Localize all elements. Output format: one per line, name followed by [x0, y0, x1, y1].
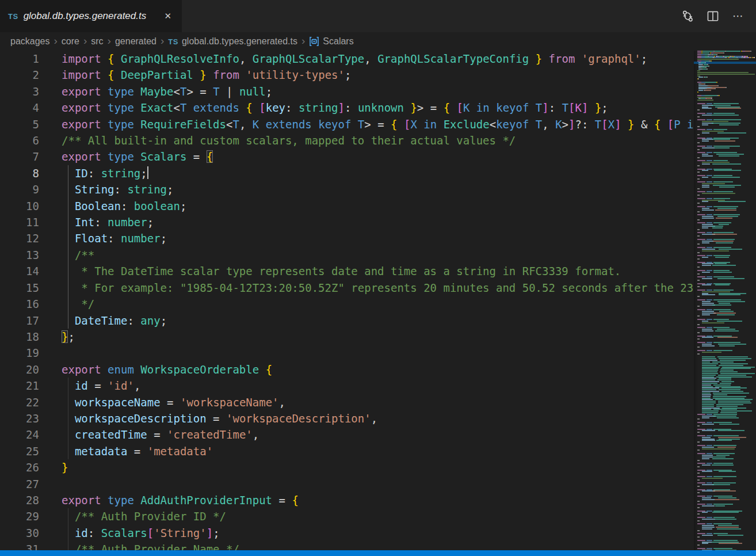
minimap-segment: [702, 543, 708, 544]
code-line-19[interactable]: [62, 345, 694, 361]
minimap-line: [697, 352, 756, 353]
minimap-line: [697, 255, 756, 256]
minimap-line: [697, 134, 756, 135]
minimap-segment: [697, 126, 700, 127]
minimap-segment: [709, 56, 714, 57]
minimap[interactable]: [694, 51, 756, 550]
editor-gutter[interactable]: 1234567891011121314151617181920212223242…: [0, 51, 39, 550]
code-line-29[interactable]: /** Auth Provider ID */: [62, 508, 694, 524]
code-line-27[interactable]: [62, 476, 694, 492]
code-token: export: [62, 363, 108, 376]
minimap-segment: [702, 363, 718, 364]
code-line-12[interactable]: Float: number;: [62, 230, 694, 246]
code-line-11[interactable]: Int: number;: [62, 214, 694, 230]
line-number: 19: [0, 345, 39, 361]
breadcrumb-item-generated[interactable]: generated: [115, 36, 156, 47]
minimap-line: [697, 356, 756, 357]
code-line-30[interactable]: id: Scalars['String'];: [62, 525, 694, 541]
code-line-2[interactable]: import { DeepPartial } from 'utility-typ…: [62, 67, 694, 83]
code-line-25[interactable]: metadata = 'metadata': [62, 443, 694, 459]
code-line-13[interactable]: /**: [62, 247, 694, 263]
minimap-line: [697, 432, 756, 433]
code-line-6[interactable]: /** All built-in and custom scalars, map…: [62, 132, 694, 148]
minimap-segment: [697, 134, 700, 135]
minimap-segment: [697, 82, 701, 83]
code-token: :: [88, 167, 101, 180]
code-line-4[interactable]: export type Exact<T extends { [key: stri…: [62, 100, 694, 116]
code-line-8[interactable]: ID: string;: [62, 165, 694, 181]
editor-pane[interactable]: 1234567891011121314151617181920212223242…: [0, 51, 694, 550]
minimap-line: [697, 447, 756, 448]
minimap-segment: [697, 255, 705, 256]
code-line-31[interactable]: /** Auth Provider Name */: [62, 541, 694, 550]
code-token: ,: [279, 396, 285, 409]
code-line-18[interactable]: };: [62, 329, 694, 345]
code-line-26[interactable]: }: [62, 459, 694, 475]
code-line-16[interactable]: */: [62, 296, 694, 312]
line-number: 29: [0, 508, 39, 524]
minimap-segment: [719, 424, 739, 425]
minimap-segment: [712, 234, 738, 235]
minimap-line: [697, 344, 756, 345]
line-number: 23: [0, 410, 39, 426]
code-token: ;: [601, 101, 608, 114]
code-token: type: [108, 101, 140, 114]
code-token: [588, 101, 594, 114]
minimap-segment: [702, 455, 713, 456]
code-line-7[interactable]: export type Scalars = {: [62, 148, 694, 165]
open-changes-button[interactable]: [679, 7, 696, 25]
minimap-segment: [702, 284, 711, 285]
code-line-9[interactable]: String: string;: [62, 181, 694, 197]
code-line-10[interactable]: Boolean: boolean;: [62, 198, 694, 214]
code-line-3[interactable]: export type Maybe<T> = T | null;: [62, 83, 694, 100]
more-actions-button[interactable]: ⋯: [730, 7, 747, 25]
code-line-22[interactable]: workspaceName = 'workspaceName',: [62, 394, 694, 410]
minimap-segment: [697, 463, 705, 464]
code-token: GraphQLScalarType: [253, 52, 364, 65]
code-token: |: [220, 85, 239, 98]
code-line-5[interactable]: export type RequireFields<T, K extends k…: [62, 116, 694, 132]
code-line-21[interactable]: id = 'id',: [62, 378, 694, 394]
minimap-segment: [715, 88, 716, 89]
minimap-segment: [702, 106, 708, 108]
code-line-24[interactable]: createdTime = 'createdTime',: [62, 426, 694, 443]
breadcrumb-item-core[interactable]: core: [62, 36, 79, 47]
breadcrumb-item-packages[interactable]: packages: [10, 36, 50, 47]
code-token: * The DateTime scalar type represents da…: [62, 265, 621, 277]
close-icon[interactable]: ✕: [162, 10, 174, 22]
minimap-segment: [697, 530, 700, 531]
breadcrumb-item-global-db-types-generated-ts[interactable]: TSglobal.db.types.generated.ts: [168, 36, 297, 47]
code-line-28[interactable]: export type AddAuthProviderInput = {: [62, 492, 694, 508]
minimap-segment: [697, 152, 705, 153]
indent-guide: [68, 426, 68, 443]
minimap-line: [697, 376, 756, 378]
breadcrumb-item-src[interactable]: src: [91, 36, 103, 47]
code-token: =: [186, 150, 206, 163]
code-line-23[interactable]: workspaceDescription = 'workspaceDescrip…: [62, 410, 694, 426]
minimap-segment: [702, 162, 730, 163]
minimap-line: [697, 208, 756, 209]
minimap-segment: [721, 381, 734, 382]
minimap-segment: [707, 77, 708, 78]
minimap-segment: [707, 175, 712, 176]
minimap-segment: [704, 66, 708, 67]
minimap-line: [697, 149, 756, 150]
minimap-segment: [715, 505, 725, 507]
code-area[interactable]: import { GraphQLResolveInfo, GraphQLScal…: [62, 51, 694, 550]
code-token: * For example: "1985-04-12T23:20:50.52Z"…: [62, 281, 694, 294]
code-line-20[interactable]: export enum WorkspaceOrderable {: [62, 361, 694, 378]
tab-global-db-types[interactable]: TS global.db.types.generated.ts ✕: [0, 0, 182, 32]
minimap-line: [697, 466, 756, 467]
code-token: K: [463, 101, 476, 114]
minimap-segment: [707, 350, 712, 351]
code-line-1[interactable]: import { GraphQLResolveInfo, GraphQLScal…: [62, 51, 694, 67]
code-line-17[interactable]: DateTime: any;: [62, 313, 694, 329]
breadcrumb-item-scalars[interactable]: Scalars: [309, 36, 353, 47]
code-line-14[interactable]: * The DateTime scalar type represents da…: [62, 263, 694, 279]
minimap-line: [697, 83, 756, 85]
code-line-15[interactable]: * For example: "1985-04-12T23:20:50.52Z"…: [62, 280, 694, 296]
split-editor-button[interactable]: [704, 7, 721, 25]
minimap-segment: [697, 296, 700, 297]
minimap-segment: [712, 163, 741, 165]
minimap-segment: [697, 306, 700, 307]
